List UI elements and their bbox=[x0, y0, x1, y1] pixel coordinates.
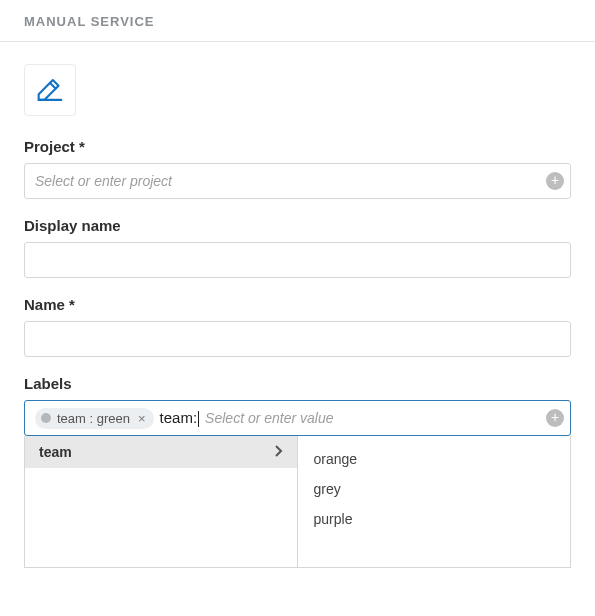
display-name-input[interactable] bbox=[35, 252, 560, 268]
field-labels: Labels team : green × team: team bbox=[24, 375, 571, 436]
labels-suggest-dropdown: team orange grey purple bbox=[24, 436, 571, 568]
labels-suggest-key-item[interactable]: team bbox=[25, 436, 297, 468]
page-title: MANUAL SERVICE bbox=[24, 14, 571, 29]
labels-suggest-keys: team bbox=[24, 436, 298, 568]
name-input[interactable] bbox=[35, 331, 560, 347]
name-input-wrap[interactable] bbox=[24, 321, 571, 357]
labels-suggest-values: orange grey purple bbox=[298, 436, 572, 568]
display-name-input-wrap[interactable] bbox=[24, 242, 571, 278]
labels-suggest-key-text: team bbox=[39, 444, 72, 460]
field-name: Name * bbox=[24, 296, 571, 357]
labels-suggest-value-item[interactable]: grey bbox=[298, 474, 571, 504]
page-header: MANUAL SERVICE bbox=[0, 0, 595, 42]
manual-edit-icon bbox=[33, 73, 67, 107]
project-input-wrap[interactable] bbox=[24, 163, 571, 199]
labels-suggest-value-item[interactable]: orange bbox=[298, 444, 571, 474]
project-label: Project * bbox=[24, 138, 571, 155]
name-label: Name * bbox=[24, 296, 571, 313]
add-label-icon[interactable] bbox=[546, 409, 564, 427]
labels-suggest-value-item[interactable]: purple bbox=[298, 504, 571, 534]
remove-chip-icon[interactable]: × bbox=[138, 411, 146, 426]
display-name-label: Display name bbox=[24, 217, 571, 234]
project-input[interactable] bbox=[35, 173, 560, 189]
field-project: Project * bbox=[24, 138, 571, 199]
labels-input[interactable] bbox=[205, 410, 540, 426]
service-type-icon-card bbox=[24, 64, 76, 116]
add-project-icon[interactable] bbox=[546, 172, 564, 190]
label-chip: team : green × bbox=[35, 408, 154, 429]
field-display-name: Display name bbox=[24, 217, 571, 278]
tag-dot-icon bbox=[41, 413, 51, 423]
labels-input-wrap[interactable]: team : green × team: bbox=[24, 400, 571, 436]
form-content: Project * Display name Name * Labels tea… bbox=[0, 42, 595, 436]
label-chip-text: team : green bbox=[57, 411, 130, 426]
chevron-right-icon bbox=[275, 444, 283, 460]
labels-label: Labels bbox=[24, 375, 571, 392]
labels-typed-text: team: bbox=[160, 409, 200, 427]
